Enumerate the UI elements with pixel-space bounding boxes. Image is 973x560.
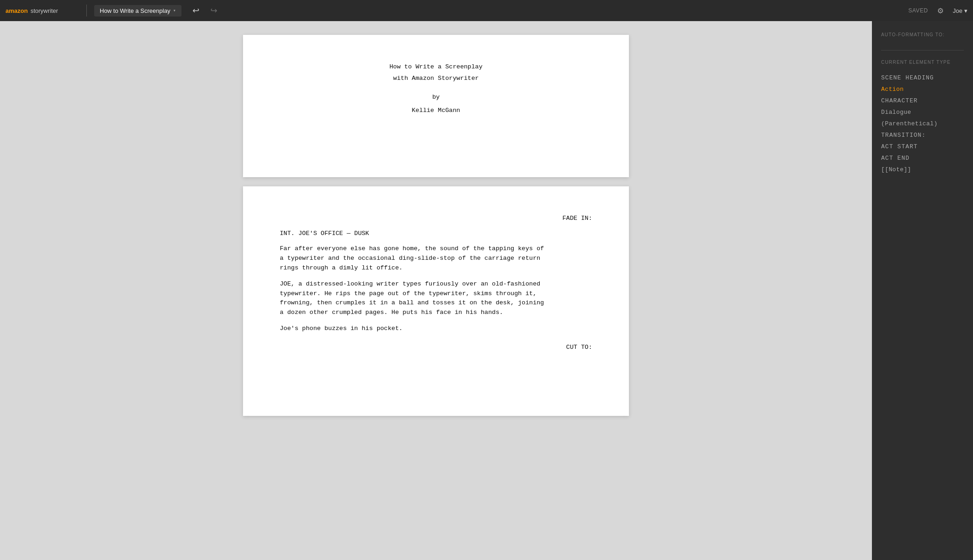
title-page[interactable]: How to Write a Screenplay with Amazon St… [243,35,629,177]
logo-storywriter: storywriter [30,7,58,14]
logo-amazon: amazon [6,7,28,14]
author-name: Kellie McGann [280,106,592,116]
header: amazonstorywriter How to Write a Screenp… [0,0,973,21]
element-type-character[interactable]: CHARACTER [881,95,964,106]
element-type-scene-heading[interactable]: SCENE HEADING [881,72,964,84]
scene-heading: INT. JOE'S office — DUSK [280,229,592,239]
redo-icon: ↪ [210,6,217,16]
fade-in: FADE IN: [280,214,592,224]
auto-formatting-label: AUTO-FORMATTING TO: [881,32,964,37]
by-line: by [280,93,592,102]
doc-title-area[interactable]: How to Write a Screenplay ▾ [94,5,181,17]
user-caret-icon: ▾ [964,7,967,14]
main-area: How to Write a Screenplay with Amazon St… [0,21,973,560]
screenplay-area[interactable]: How to Write a Screenplay with Amazon St… [0,21,872,560]
script-page[interactable]: FADE IN: INT. JOE'S office — DUSK Far af… [243,186,629,416]
toolbar-btns: ↩ ↪ [189,4,221,17]
user-name-label: Joe [953,7,962,14]
action-block-1: Far after everyone else has gone home, t… [280,244,551,273]
element-type-action[interactable]: Action [881,84,964,95]
action-block-3: Joe's phone buzzes in his pocket. [280,324,551,334]
doc-title: How to Write a Screenplay [100,7,170,14]
user-menu-button[interactable]: Joe ▾ [953,7,967,14]
logo-area: amazonstorywriter [6,7,79,14]
current-element-label: CURRENT ELEMENT TYPE [881,60,964,65]
settings-button[interactable]: ⚙ [937,6,944,15]
header-divider [86,5,87,17]
element-type-parenthetical[interactable]: (Parenthetical) [881,118,964,129]
element-type-note[interactable]: [[Note]] [881,164,964,175]
header-right: SAVED ⚙ Joe ▾ [908,6,967,15]
undo-button[interactable]: ↩ [189,4,203,17]
doc-title-caret: ▾ [173,8,176,13]
sidebar: AUTO-FORMATTING TO: CURRENT ELEMENT TYPE… [872,21,973,560]
sidebar-divider [881,50,964,50]
gear-icon: ⚙ [937,7,944,15]
element-type-dialogue[interactable]: Dialogue [881,106,964,118]
action-block-2: JOE, a distressed-looking writer types f… [280,280,551,318]
undo-icon: ↩ [192,6,199,16]
element-type-act-end[interactable]: ACT END [881,152,964,164]
cut-to: CUT TO: [280,343,592,353]
element-type-act-start[interactable]: ACT START [881,141,964,152]
element-type-transition[interactable]: TRANSITION: [881,129,964,141]
redo-button[interactable]: ↪ [207,4,221,17]
screenplay-title-line2: with Amazon Storywriter [280,74,592,84]
screenplay-title-line1: How to Write a Screenplay [280,62,592,72]
saved-label: SAVED [908,7,928,14]
